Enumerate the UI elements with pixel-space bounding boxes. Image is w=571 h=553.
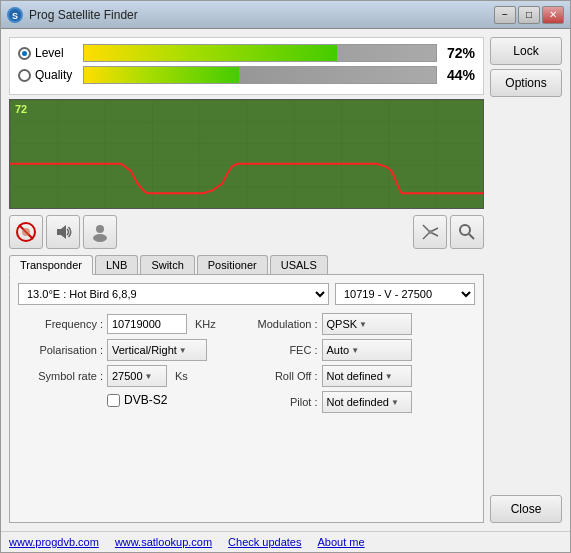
rolloff-value: Not defined [327,370,383,382]
quality-bar-fill [84,67,239,83]
search-button[interactable] [450,215,484,249]
person-button[interactable] [83,215,117,249]
window-controls: − □ ✕ [494,6,564,24]
quality-label: Quality [35,68,72,82]
footer: www.progdvb.com www.satlookup.com Check … [1,531,570,552]
level-row: Level 72% [18,44,475,62]
satlookup-link[interactable]: www.satlookup.com [115,536,212,548]
polarisation-select[interactable]: Vertical/Right ▼ [107,339,207,361]
tab-positioner[interactable]: Positioner [197,255,268,274]
window-title: Prog Satellite Finder [29,8,494,22]
level-label-group[interactable]: Level [18,46,83,60]
toolbar-left [9,215,117,249]
options-button[interactable]: Options [490,69,562,97]
frequency-input[interactable] [107,314,187,334]
level-bar-fill [84,45,337,61]
speaker-button[interactable] [46,215,80,249]
fec-arrow: ▼ [351,346,359,355]
main-content: Level 72% Quality 44% [1,29,570,531]
symrate-unit: Ks [175,370,188,382]
symrate-row: Symbol rate : 27500 ▼ Ks [18,365,241,387]
about-link[interactable]: About me [317,536,364,548]
polarisation-label: Polarisation : [18,344,103,356]
tabs-section: Transponder LNB Switch Positioner USALS … [9,255,484,523]
minimize-button[interactable]: − [494,6,516,24]
symrate-select[interactable]: 27500 ▼ [107,365,167,387]
svg-point-7 [96,225,104,233]
quality-bar-container [83,66,437,84]
right-panel: Lock Options Close [490,37,562,523]
symrate-arrow: ▼ [145,372,153,381]
fec-row: FEC : Auto ▼ [253,339,476,361]
tab-bar: Transponder LNB Switch Positioner USALS [9,255,484,275]
right-params: Modulation : QPSK ▼ FEC : Auto [253,313,476,413]
graph-svg [10,100,483,208]
meters-section: Level 72% Quality 44% [9,37,484,95]
rolloff-arrow: ▼ [385,372,393,381]
check-updates-link[interactable]: Check updates [228,536,301,548]
scissors-button[interactable] [413,215,447,249]
level-bar-container [83,44,437,62]
dvbs2-row: DVB-S2 [18,393,241,407]
satellite-row: 13.0°E : Hot Bird 6,8,9 10719 - V - 2750… [18,283,475,305]
freq-unit: KHz [195,318,216,330]
level-percent: 72% [437,45,475,61]
quality-label-group[interactable]: Quality [18,68,83,82]
svg-line-15 [469,234,474,239]
maximize-button[interactable]: □ [518,6,540,24]
dvbs2-label: DVB-S2 [124,393,167,407]
tab-switch[interactable]: Switch [140,255,194,274]
quality-row: Quality 44% [18,66,475,84]
rolloff-select[interactable]: Not defined ▼ [322,365,412,387]
progdvb-link[interactable]: www.progdvb.com [9,536,99,548]
lock-button[interactable]: Lock [490,37,562,65]
modulation-arrow: ▼ [359,320,367,329]
symrate-value: 27500 [112,370,143,382]
app-icon: S [7,7,23,23]
fec-select[interactable]: Auto ▼ [322,339,412,361]
close-button[interactable]: Close [490,495,562,523]
left-params: Frequency : KHz Polarisation : Vertical/… [18,313,241,413]
modulation-row: Modulation : QPSK ▼ [253,313,476,335]
polarisation-row: Polarisation : Vertical/Right ▼ [18,339,241,361]
svg-text:S: S [12,11,18,21]
tab-transponder[interactable]: Transponder [9,255,93,275]
title-bar: S Prog Satellite Finder − □ ✕ [1,1,570,29]
tab-content-transponder: 13.0°E : Hot Bird 6,8,9 10719 - V - 2750… [9,275,484,523]
polarisation-value: Vertical/Right [112,344,177,356]
rolloff-row: Roll Off : Not defined ▼ [253,365,476,387]
quality-percent: 44% [437,67,475,83]
level-radio[interactable] [18,47,31,60]
fec-value: Auto [327,344,350,356]
svg-marker-6 [57,225,66,239]
main-window: S Prog Satellite Finder − □ ✕ Level [0,0,571,553]
toolbar-right [413,215,484,249]
pilot-row: Pilot : Not definded ▼ [253,391,476,413]
symrate-label: Symbol rate : [18,370,103,382]
tab-usals[interactable]: USALS [270,255,328,274]
level-label: Level [35,46,64,60]
signal-graph: 72 [9,99,484,209]
modulation-select[interactable]: QPSK ▼ [322,313,412,335]
dvbs2-checkbox[interactable] [107,394,120,407]
frequency-row: Frequency : KHz [18,313,241,335]
svg-point-8 [93,234,107,242]
pilot-label: Pilot : [253,396,318,408]
svg-point-13 [428,230,432,234]
pilot-select[interactable]: Not definded ▼ [322,391,412,413]
close-window-button[interactable]: ✕ [542,6,564,24]
modulation-label: Modulation : [253,318,318,330]
quality-radio[interactable] [18,69,31,82]
tab-lnb[interactable]: LNB [95,255,138,274]
svg-rect-2 [10,100,483,208]
fec-label: FEC : [253,344,318,356]
svg-point-5 [22,228,30,236]
rolloff-label: Roll Off : [253,370,318,382]
frequency-select[interactable]: 10719 - V - 27500 [335,283,475,305]
satellite-select[interactable]: 13.0°E : Hot Bird 6,8,9 [18,283,329,305]
pilot-value: Not definded [327,396,389,408]
modulation-value: QPSK [327,318,358,330]
mute-button[interactable] [9,215,43,249]
polarisation-arrow: ▼ [179,346,187,355]
svg-point-14 [460,225,470,235]
